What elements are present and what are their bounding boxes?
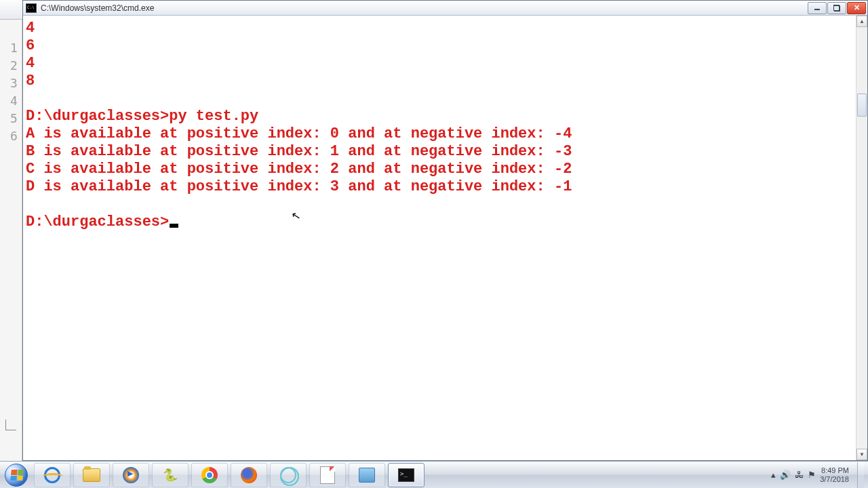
titlebar[interactable]: C:\Windows\system32\cmd.exe ✕ xyxy=(23,1,867,16)
out-line: 6 xyxy=(26,37,35,54)
minimize-button[interactable] xyxy=(808,2,827,14)
start-button[interactable] xyxy=(0,462,33,489)
out-line: B is available at positive index: 1 and … xyxy=(26,143,572,160)
taskbar-item-firefox[interactable] xyxy=(231,463,267,487)
vertical-scrollbar[interactable]: ▲ ▼ xyxy=(856,16,867,460)
note-icon xyxy=(320,466,335,484)
system-tray: ▴ 🔊 🖧 ⚑ 8:49 PM 3/7/2018 xyxy=(771,462,868,488)
bg-lineno: 5 xyxy=(10,111,18,125)
python-icon: 🐍 xyxy=(163,468,178,482)
bg-lineno: 1 xyxy=(10,41,18,55)
bg-lineno: 4 xyxy=(10,94,18,108)
out-line: 8 xyxy=(26,73,35,89)
background-editor-edge: 1 2 3 4 5 6 xyxy=(0,0,22,461)
terminal-output[interactable]: 4 6 4 8 D:\durgaclasses>py test.py A is … xyxy=(23,16,856,460)
background-editor-scroll-corner xyxy=(5,420,16,430)
tray-clock[interactable]: 8:49 PM 3/7/2018 xyxy=(820,466,849,484)
scroll-up-button[interactable]: ▲ xyxy=(856,16,867,27)
taskbar-item-chrome[interactable] xyxy=(191,463,228,487)
taskbar-item-python[interactable]: 🐍 xyxy=(152,463,189,487)
taskbar-item-editor[interactable] xyxy=(309,463,346,487)
maximize-button[interactable] xyxy=(827,2,846,14)
out-line: 4 xyxy=(26,20,35,37)
tray-chevron-icon[interactable]: ▴ xyxy=(771,470,776,480)
close-button[interactable]: ✕ xyxy=(847,2,866,14)
cmd-window: C:\Windows\system32\cmd.exe ✕ 4 6 4 8 D:… xyxy=(22,0,868,461)
firefox-icon xyxy=(241,467,257,483)
taskbar-item-cmd[interactable] xyxy=(388,463,425,487)
scroll-track[interactable] xyxy=(856,27,867,449)
tray-flag-icon[interactable]: ⚑ xyxy=(808,470,816,480)
scroll-thumb[interactable] xyxy=(857,94,867,117)
taskbar-item-atom[interactable] xyxy=(270,463,307,487)
taskbar-item-editplus[interactable] xyxy=(349,463,385,487)
tray-date: 3/7/2018 xyxy=(820,475,849,484)
show-desktop-button[interactable] xyxy=(857,462,864,488)
out-line: C is available at positive index: 2 and … xyxy=(26,161,572,178)
bg-lineno: 3 xyxy=(10,76,18,90)
tray-volume-icon[interactable]: 🔊 xyxy=(780,470,791,480)
prompt-line: D:\durgaclasses> xyxy=(26,214,169,230)
tray-time: 8:49 PM xyxy=(820,466,849,475)
atom-icon xyxy=(280,467,296,483)
cmd-icon xyxy=(26,3,37,13)
taskbar: 🐍 ▴ 🔊 🖧 ⚑ 8:49 PM 3/7/2018 xyxy=(0,461,868,488)
taskbar-item-ie[interactable] xyxy=(34,463,71,487)
out-line: 4 xyxy=(26,55,35,72)
background-editor-titlebar xyxy=(0,0,22,20)
out-line: D:\durgaclasses>py test.py xyxy=(26,108,258,125)
out-line: D is available at positive index: 3 and … xyxy=(26,178,572,195)
folder-icon xyxy=(83,468,100,482)
tray-network-icon[interactable]: 🖧 xyxy=(795,470,804,480)
window-title: C:\Windows\system32\cmd.exe xyxy=(41,3,154,13)
bg-lineno: 2 xyxy=(10,58,18,73)
chrome-icon xyxy=(201,467,218,483)
taskbar-item-mediaplayer[interactable] xyxy=(113,463,149,487)
cmd-task-icon xyxy=(398,468,414,482)
editplus-icon xyxy=(359,468,375,483)
out-line: A is available at positive index: 0 and … xyxy=(26,125,572,142)
taskbar-item-explorer[interactable] xyxy=(73,463,110,487)
mediaplayer-icon xyxy=(123,467,139,483)
scroll-down-button[interactable]: ▼ xyxy=(856,449,867,460)
cursor xyxy=(170,224,178,228)
bg-lineno: 6 xyxy=(10,129,18,143)
ie-icon xyxy=(44,467,60,483)
